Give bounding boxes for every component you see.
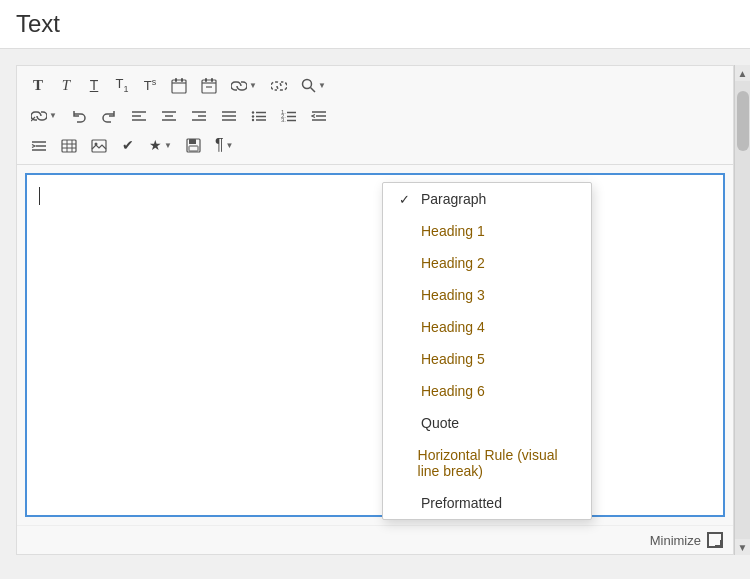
redo-button[interactable] <box>95 102 123 128</box>
dropdown-label-quote: Quote <box>421 415 459 431</box>
scroll-thumb[interactable] <box>737 91 749 151</box>
svg-rect-3 <box>181 78 183 82</box>
insert-image-icon <box>91 137 107 153</box>
align-right-button[interactable] <box>185 102 213 128</box>
editor-container: T T T T1 Ts <box>16 65 734 555</box>
insert-special-button[interactable] <box>195 72 223 98</box>
toolbar: T T T T1 Ts <box>17 66 733 165</box>
star-icon: ★ <box>149 137 162 153</box>
special-link-button[interactable]: ▼ <box>25 102 63 128</box>
align-left-button[interactable] <box>125 102 153 128</box>
align-center-button[interactable] <box>155 102 183 128</box>
dropdown-item-heading5[interactable]: Heading 5 <box>383 343 591 375</box>
justify-button[interactable] <box>215 102 243 128</box>
toolbar-row-2: ▼ <box>25 102 725 128</box>
dropdown-item-heading1[interactable]: Heading 1 <box>383 215 591 247</box>
subscript-icon: T1 <box>116 76 129 94</box>
scroll-up-arrow[interactable]: ▲ <box>735 65 751 81</box>
underline-button[interactable]: T <box>81 72 107 98</box>
outdent-icon <box>311 107 327 123</box>
svg-rect-51 <box>189 146 198 151</box>
scroll-down-arrow[interactable]: ▼ <box>735 539 751 555</box>
check-icon: ✓ <box>399 192 413 207</box>
insert-image-button[interactable] <box>85 132 113 158</box>
underline-icon: T <box>90 77 99 93</box>
paragraph-caret: ▼ <box>226 141 234 150</box>
link-button[interactable]: ▼ <box>225 72 263 98</box>
text-cursor <box>39 187 40 205</box>
superscript-button[interactable]: Ts <box>137 72 163 98</box>
insert-table-button[interactable] <box>55 132 83 158</box>
special-link-icon <box>31 107 47 123</box>
svg-point-9 <box>302 80 311 89</box>
dropdown-item-heading6[interactable]: Heading 6 <box>383 375 591 407</box>
dropdown-item-paragraph[interactable]: ✓ Paragraph <box>383 183 591 215</box>
link-icon <box>231 77 247 93</box>
save-icon <box>186 137 201 154</box>
bold-icon: T <box>33 77 43 94</box>
rating-button[interactable]: ★ ▼ <box>143 132 178 158</box>
minimize-icon <box>707 532 723 548</box>
rating-caret: ▼ <box>164 141 172 150</box>
search-icon <box>301 77 316 94</box>
dropdown-item-heading2[interactable]: Heading 2 <box>383 247 591 279</box>
paragraph-format-button[interactable]: ¶ ▼ <box>209 132 240 158</box>
svg-rect-2 <box>175 78 177 82</box>
page-title: Text <box>16 10 60 38</box>
checkmark-icon: ✔ <box>122 137 134 153</box>
indent-icon <box>31 137 47 153</box>
toolbar-row-1: T T T T1 Ts <box>25 72 725 98</box>
justify-icon <box>221 107 237 123</box>
search-button[interactable]: ▼ <box>295 72 332 98</box>
page-header: Text <box>0 0 750 49</box>
dropdown-label-heading3: Heading 3 <box>421 287 485 303</box>
dropdown-label-heading2: Heading 2 <box>421 255 485 271</box>
minimize-button[interactable]: Minimize <box>650 532 723 548</box>
paragraph-icon: ¶ <box>215 136 224 154</box>
outdent-button[interactable] <box>305 102 333 128</box>
bold-button[interactable]: T <box>25 72 51 98</box>
svg-text:3.: 3. <box>281 117 286 123</box>
italic-button[interactable]: T <box>53 72 79 98</box>
insert-date-button[interactable] <box>165 72 193 98</box>
svg-point-26 <box>252 115 254 117</box>
main-area: T T T T1 Ts <box>0 49 750 571</box>
dropdown-label-horizontal-rule: Horizontal Rule (visual line break) <box>418 447 575 479</box>
dropdown-label-heading6: Heading 6 <box>421 383 485 399</box>
unlink-button[interactable] <box>265 72 293 98</box>
search-dropdown-caret: ▼ <box>318 81 326 90</box>
paragraph-format-dropdown: ✓ Paragraph Heading 1 Heading 2 Heading … <box>382 182 592 520</box>
dropdown-item-heading4[interactable]: Heading 4 <box>383 311 591 343</box>
svg-line-10 <box>310 88 315 93</box>
ordered-list-button[interactable]: 1.2.3. <box>275 102 303 128</box>
align-left-icon <box>131 107 147 123</box>
dropdown-item-preformatted[interactable]: Preformatted <box>383 487 591 519</box>
checkmark-button[interactable]: ✔ <box>115 132 141 158</box>
svg-rect-0 <box>172 80 186 93</box>
dropdown-label-heading4: Heading 4 <box>421 319 485 335</box>
dropdown-item-horizontal-rule[interactable]: Horizontal Rule (visual line break) <box>383 439 591 487</box>
align-center-icon <box>161 107 177 123</box>
editor-body[interactable] <box>25 173 725 517</box>
toolbar-row-3: ✔ ★ ▼ ¶ ▼ <box>25 132 725 158</box>
superscript-icon: Ts <box>144 77 156 93</box>
save-button[interactable] <box>180 132 207 158</box>
svg-rect-50 <box>189 139 196 144</box>
dropdown-item-heading3[interactable]: Heading 3 <box>383 279 591 311</box>
svg-rect-7 <box>211 78 213 82</box>
insert-date-icon <box>171 76 187 93</box>
special-link-caret: ▼ <box>49 111 57 120</box>
bullet-list-button[interactable] <box>245 102 273 128</box>
indent-button[interactable] <box>25 132 53 158</box>
undo-button[interactable] <box>65 102 93 128</box>
link-dropdown-caret: ▼ <box>249 81 257 90</box>
svg-rect-47 <box>92 140 106 152</box>
dropdown-label-preformatted: Preformatted <box>421 495 502 511</box>
align-right-icon <box>191 107 207 123</box>
subscript-button[interactable]: T1 <box>109 72 135 98</box>
unlink-icon <box>271 77 287 93</box>
insert-table-icon <box>61 137 77 153</box>
scroll-track[interactable] <box>735 81 750 539</box>
dropdown-label-paragraph: Paragraph <box>421 191 486 207</box>
dropdown-item-quote[interactable]: Quote <box>383 407 591 439</box>
